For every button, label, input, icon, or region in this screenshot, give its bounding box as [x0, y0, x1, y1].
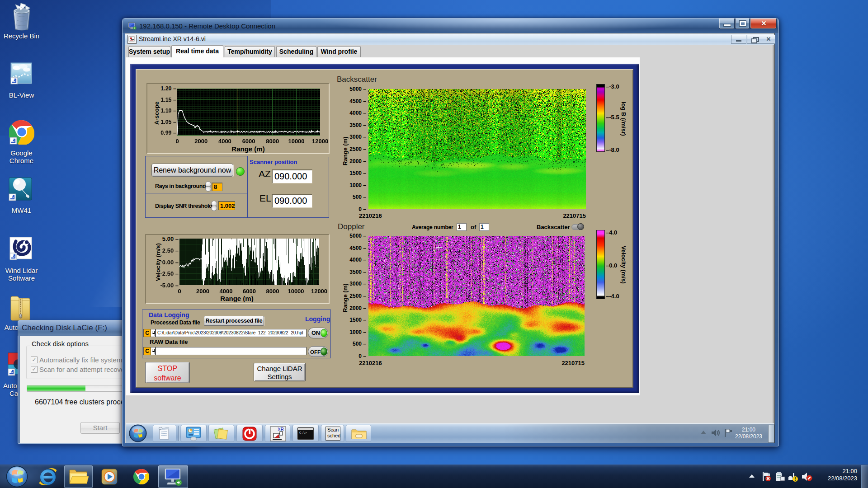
svg-text:C:\>_: C:\>_ — [299, 431, 309, 435]
svg-text:!: ! — [794, 477, 796, 482]
svg-text:XR: XR — [278, 427, 284, 432]
